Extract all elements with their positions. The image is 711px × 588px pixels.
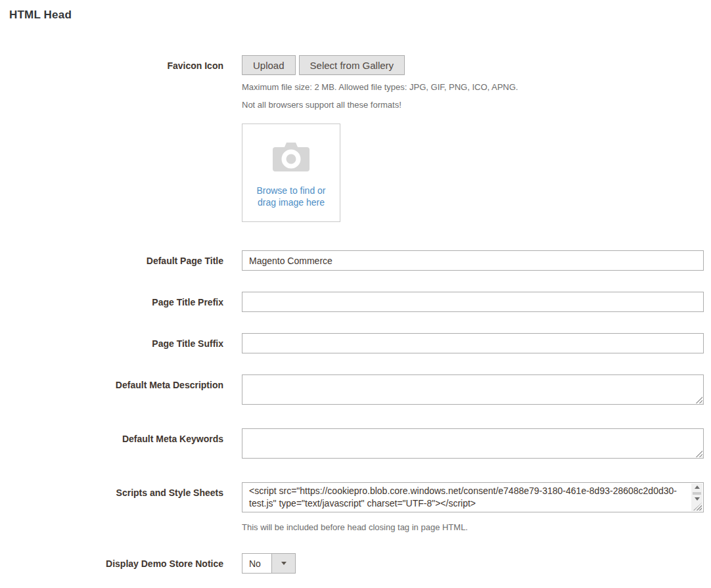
browser-support-note: Not all browsers support all these forma…	[242, 101, 704, 110]
favicon-icon-row: Favicon Icon Upload Select from Gallery …	[0, 55, 711, 222]
scrollbar-thumb[interactable]	[693, 492, 701, 495]
page-title-suffix-input[interactable]	[242, 333, 704, 353]
scroll-up-button[interactable]	[691, 484, 702, 491]
default-meta-keywords-textarea[interactable]	[242, 428, 704, 459]
default-meta-keywords-label: Default Meta Keywords	[0, 428, 223, 445]
chevron-down-icon	[281, 562, 287, 565]
display-demo-store-notice-select[interactable]: No	[242, 553, 296, 574]
arrow-down-icon	[695, 497, 700, 501]
default-page-title-label: Default Page Title	[0, 250, 223, 267]
scripts-and-stylesheets-row: Scripts and Style Sheets <script src="ht…	[0, 482, 711, 532]
filesize-note: Maximum file size: 2 MB. Allowed file ty…	[242, 83, 704, 92]
page-title-prefix-row: Page Title Prefix	[0, 292, 711, 312]
html-head-form: Favicon Icon Upload Select from Gallery …	[0, 55, 711, 574]
page-title-suffix-row: Page Title Suffix	[0, 333, 711, 353]
scripts-note: This will be included before head closin…	[242, 523, 704, 532]
page-title: HTML Head	[9, 9, 711, 22]
default-page-title-input[interactable]	[242, 250, 704, 271]
display-demo-store-notice-row: Display Demo Store Notice No	[0, 553, 711, 574]
page-title-suffix-label: Page Title Suffix	[0, 333, 223, 350]
image-dropzone[interactable]: Browse to find or drag image here	[242, 124, 340, 222]
default-meta-description-label: Default Meta Description	[0, 374, 223, 391]
select-from-gallery-button[interactable]: Select from Gallery	[299, 55, 405, 75]
scripts-and-stylesheets-label: Scripts and Style Sheets	[0, 482, 223, 499]
default-meta-description-row: Default Meta Description	[0, 374, 711, 405]
default-meta-keywords-row: Default Meta Keywords	[0, 428, 711, 459]
upload-button[interactable]: Upload	[242, 55, 296, 75]
favicon-icon-label: Favicon Icon	[0, 55, 223, 72]
scripts-and-stylesheets-textarea[interactable]: <script src="https://cookiepro.blob.core…	[242, 482, 704, 512]
scripts-content: <script src="https://cookiepro.blob.core…	[242, 483, 691, 512]
arrow-up-icon	[695, 486, 700, 489]
camera-icon	[271, 141, 311, 173]
default-page-title-row: Default Page Title	[0, 250, 711, 271]
select-arrow-button[interactable]	[271, 554, 295, 573]
scroll-down-button[interactable]	[691, 495, 702, 503]
dropzone-text: Browse to find or drag image here	[251, 185, 331, 208]
select-value: No	[242, 554, 271, 573]
resize-grip-icon[interactable]	[693, 503, 702, 510]
page-title-prefix-label: Page Title Prefix	[0, 292, 223, 308]
display-demo-store-notice-label: Display Demo Store Notice	[0, 553, 223, 570]
page-title-prefix-input[interactable]	[242, 292, 704, 312]
default-meta-description-textarea[interactable]	[242, 374, 704, 405]
scrollbar[interactable]	[691, 484, 702, 511]
